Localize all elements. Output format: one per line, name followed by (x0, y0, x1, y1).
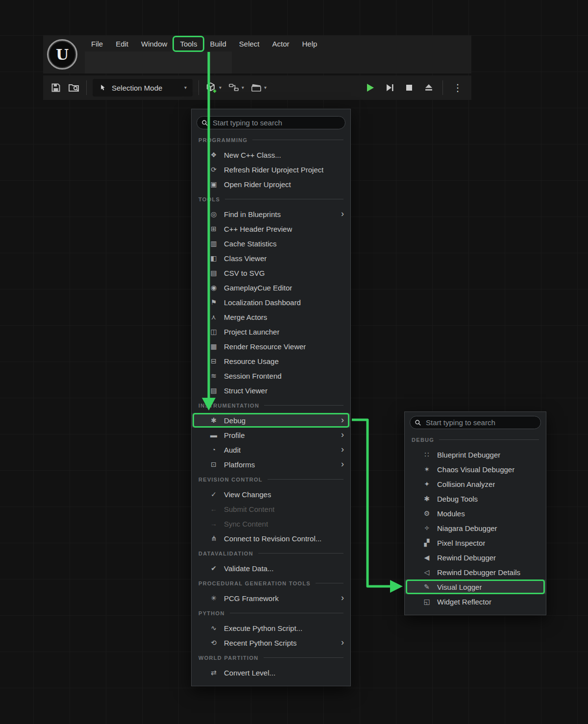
debug-submenu-panel: DEBUG∷Blueprint Debugger✶Chaos Visual De… (404, 411, 546, 615)
save-button[interactable] (50, 82, 62, 94)
platforms-item[interactable]: ⊡Platforms› (192, 457, 350, 472)
section-header-label: DEBUG (412, 437, 434, 443)
find-in-blueprints-item[interactable]: ◎Find in Blueprints› (192, 207, 350, 221)
submenu-chevron-icon: › (341, 637, 344, 648)
section-divider (264, 405, 343, 406)
chevron-down-icon: ▾ (184, 85, 187, 90)
widget-reflector-item[interactable]: ◱Widget Reflector (405, 594, 546, 609)
menu-item-label: Submit Content (224, 505, 274, 513)
submenu-chevron-icon: › (341, 444, 344, 455)
audit-item[interactable]: ◔Audit› (192, 442, 350, 457)
localization-dashboard-item[interactable]: ⚑Localization Dashboard (192, 295, 350, 310)
menu-item-label: Platforms (224, 460, 255, 469)
debug-tools-icon: ✱ (422, 495, 431, 503)
menu-edit[interactable]: Edit (109, 37, 135, 50)
menu-item-label: Session Frontend (224, 372, 282, 380)
cache-statistics-item[interactable]: ▥Cache Statistics (192, 236, 350, 251)
menu-item-label: Modules (437, 509, 465, 518)
section-divider (225, 199, 343, 199)
menu-item-label: Cache Statistics (224, 240, 277, 248)
merge-actors-item[interactable]: ⋏Merge Actors (192, 310, 350, 324)
resource-usage-item[interactable]: ⊟Resource Usage (192, 354, 350, 368)
niagara-debugger-item[interactable]: ✧Niagara Debugger (405, 521, 546, 535)
chaos-visual-debugger-item[interactable]: ✶Chaos Visual Debugger (405, 462, 546, 477)
merge-actors-icon: ⋏ (209, 313, 218, 321)
menu-tab-strip (85, 51, 232, 73)
menu-item-label: Visual Logger (437, 583, 482, 591)
validate-data-item[interactable]: ✔Validate Data... (192, 561, 350, 576)
cpp-header-preview-item[interactable]: ⊞C++ Header Preview (192, 221, 350, 236)
debug-submenu-search-input[interactable] (425, 418, 536, 427)
add-actor-button[interactable]: ▾ (205, 81, 221, 94)
eject-button[interactable] (423, 82, 435, 94)
rewind-debugger-item[interactable]: ◀Rewind Debugger (405, 550, 546, 565)
menu-item-label: Debug Tools (437, 495, 478, 503)
debug-item[interactable]: ✱Debug› (192, 413, 350, 428)
menu-item-label: Localization Dashboard (224, 298, 301, 307)
submenu-chevron-icon: › (341, 415, 344, 425)
project-launcher-icon: ◫ (209, 328, 218, 336)
menu-tools[interactable]: Tools (173, 37, 203, 50)
execute-python-script-icon: ∿ (209, 624, 218, 632)
instrumentation-section-header: INSTRUMENTATION (192, 398, 350, 413)
visual-logger-item[interactable]: ✎Visual Logger (405, 579, 546, 594)
struct-viewer-item[interactable]: ▤Struct Viewer (192, 383, 350, 398)
procedural-generation-tools-section-header: PROCEDURAL GENERATION TOOLS (192, 576, 350, 591)
menu-item-label: Niagara Debugger (437, 524, 497, 532)
convert-level-item[interactable]: ⇄Convert Level... (192, 665, 350, 680)
section-divider (439, 439, 539, 440)
tools-menu-search-input[interactable] (212, 118, 341, 127)
rewind-debugger-icon: ◀ (422, 554, 431, 561)
submit-content-item: ←Submit Content (192, 502, 350, 516)
selection-mode-dropdown[interactable]: Selection Mode ▾ (93, 79, 193, 97)
menu-file[interactable]: File (85, 37, 109, 50)
view-changes-item[interactable]: ✓View Changes (192, 487, 350, 502)
localization-dashboard-icon: ⚑ (209, 298, 218, 306)
content-browser-icon (68, 82, 80, 94)
menu-item-label: PCG Framework (224, 594, 279, 603)
execute-python-script-item[interactable]: ∿Execute Python Script... (192, 621, 350, 635)
toolbar-divider (198, 80, 199, 95)
stop-button[interactable] (403, 82, 415, 94)
recent-python-scripts-item[interactable]: ⟲Recent Python Scripts› (192, 635, 350, 650)
gameplaycue-editor-item[interactable]: ◉GameplayCue Editor (192, 280, 350, 295)
menu-select[interactable]: Select (233, 37, 266, 50)
refresh-rider-uproject-project-item[interactable]: ⟳Refresh Rider Uproject Project (192, 162, 350, 177)
pixel-inspector-item[interactable]: ▞Pixel Inspector (405, 535, 546, 550)
profile-item[interactable]: ▬Profile› (192, 428, 350, 442)
content-browser-button[interactable] (68, 82, 80, 94)
menu-item-label: Chaos Visual Debugger (437, 465, 514, 474)
pcg-framework-item[interactable]: ✳PCG Framework› (192, 591, 350, 605)
play-button[interactable] (364, 82, 376, 94)
menu-help[interactable]: Help (296, 37, 324, 50)
menu-build[interactable]: Build (203, 37, 232, 50)
session-frontend-item[interactable]: ≋Session Frontend (192, 368, 350, 383)
collision-analyzer-item[interactable]: ✦Collision Analyzer (405, 477, 546, 491)
unreal-engine-logo-icon: U (47, 39, 77, 70)
menu-item-label: Collision Analyzer (437, 480, 495, 488)
editor-toolbar: Selection Mode ▾ ▾ ▾ ▾ (43, 75, 471, 100)
menu-actor[interactable]: Actor (266, 37, 295, 50)
more-options-kebab-icon[interactable]: ⋮ (451, 82, 465, 94)
debug-submenu-search (410, 416, 541, 429)
project-launcher-item[interactable]: ◫Project Launcher (192, 324, 350, 339)
csv-to-svg-item[interactable]: ▤CSV to SVG (192, 265, 350, 280)
blueprint-debugger-item[interactable]: ∷Blueprint Debugger (405, 447, 546, 462)
debug-tools-item[interactable]: ✱Debug Tools (405, 491, 546, 506)
modules-item[interactable]: ⚙Modules (405, 506, 546, 521)
section-divider (258, 553, 343, 554)
menu-bar: U FileEditWindowToolsBuildSelectActorHel… (43, 35, 471, 73)
menu-item-label: Convert Level... (224, 669, 275, 677)
platforms-icon: ⊡ (209, 460, 218, 468)
menu-window[interactable]: Window (135, 37, 173, 50)
blueprints-button[interactable]: ▾ (227, 82, 244, 94)
rewind-debugger-details-item[interactable]: ◁Rewind Debugger Details (405, 565, 546, 579)
render-resource-viewer-item[interactable]: ▦Render Resource Viewer (192, 339, 350, 354)
class-viewer-item[interactable]: ◧Class Viewer (192, 251, 350, 265)
new-cpp-class-item[interactable]: ❖New C++ Class... (192, 147, 350, 162)
new-cpp-class-icon: ❖ (209, 151, 218, 159)
connect-to-revision-control-item[interactable]: ⋔Connect to Revision Control... (192, 531, 350, 546)
open-rider-uproject-item[interactable]: ▣Open Rider Uproject (192, 177, 350, 192)
skip-frame-button[interactable] (384, 82, 395, 94)
cinematics-button[interactable]: ▾ (250, 82, 267, 94)
